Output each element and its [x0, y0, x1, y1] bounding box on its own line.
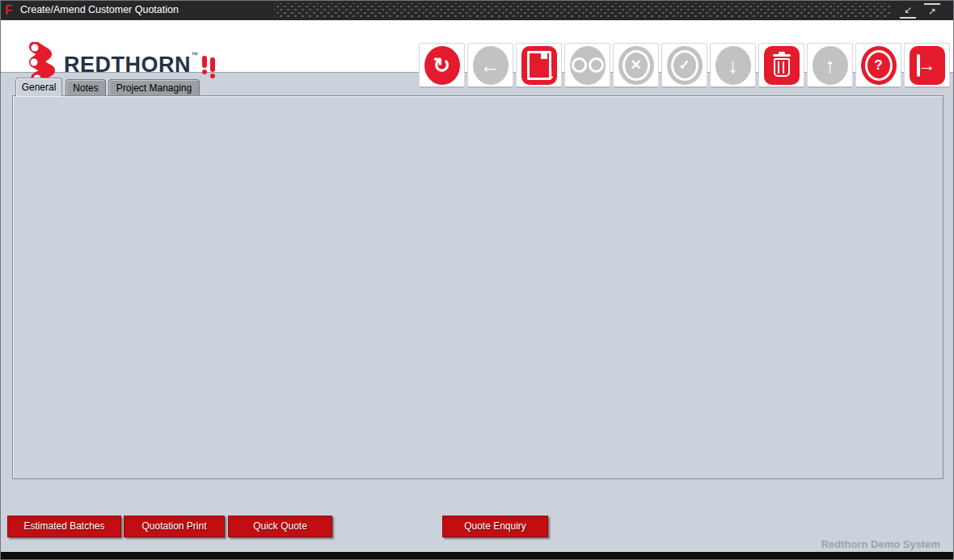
refresh-icon: ↻	[424, 46, 460, 85]
quick-quote-button[interactable]: Quick Quote	[228, 516, 332, 537]
general-tab-panel	[12, 95, 943, 479]
binoculars-icon	[570, 46, 606, 85]
logo-bang2-dot-icon	[210, 74, 215, 78]
toolbar: REDTHORN™ ↻ ← ↓	[1, 20, 953, 73]
maximize-window-icon[interactable]: ↗	[924, 3, 940, 19]
window-title: Create/Amend Customer Quotation	[20, 4, 179, 15]
down-arrow-icon: ↓	[716, 46, 751, 85]
restore-window-icon[interactable]: ↙	[900, 3, 916, 19]
quotation-print-button[interactable]: Quotation Print	[124, 516, 225, 537]
logo-bang2-icon	[210, 57, 215, 72]
tab-general[interactable]: General	[15, 78, 62, 96]
quote-enquiry-button[interactable]: Quote Enquiry	[442, 516, 548, 537]
cancel-button[interactable]: ✕	[613, 43, 659, 88]
back-arrow-icon: ←	[473, 46, 509, 85]
forms-app-icon: F	[5, 3, 13, 18]
tab-notes[interactable]: Notes	[65, 79, 106, 96]
logo-bang-icon	[202, 56, 207, 68]
estimated-batches-button[interactable]: Estimated Batches	[7, 516, 121, 537]
trash-icon	[764, 46, 800, 85]
approve-button[interactable]: ✓	[661, 43, 707, 88]
save-icon: ↓	[521, 46, 557, 85]
exit-icon: →	[910, 46, 945, 85]
help-icon: ?	[861, 46, 897, 85]
save-button[interactable]: ↓	[516, 43, 562, 88]
scroll-down-button[interactable]: ↓	[710, 43, 756, 88]
cancel-icon: ✕	[618, 46, 654, 85]
logo-bang-dot-icon	[202, 69, 207, 74]
tab-project-managing[interactable]: Project Managing	[108, 79, 200, 96]
window-bottom-bar	[1, 552, 953, 559]
scroll-up-button[interactable]: ↑	[807, 43, 853, 88]
title-bar: F Create/Amend Customer Quotation ↙ ↗	[1, 1, 953, 20]
up-arrow-icon: ↑	[813, 46, 848, 85]
check-icon: ✓	[667, 46, 703, 85]
refresh-button[interactable]: ↻	[419, 43, 465, 88]
logo-wordmark: REDTHORN	[64, 53, 191, 78]
application-window: F Create/Amend Customer Quotation ↙ ↗ RE…	[0, 0, 954, 560]
find-button[interactable]	[564, 43, 610, 88]
logo-trademark: ™	[191, 51, 198, 59]
delete-button[interactable]	[758, 43, 804, 88]
toolbar-buttons: ↻ ← ↓ ✕ ✓ ↓	[419, 43, 950, 88]
help-button[interactable]: ?	[855, 43, 901, 88]
titlebar-texture	[274, 3, 890, 18]
back-button[interactable]: ←	[467, 43, 513, 88]
demo-system-watermark: Redthorn Demo System	[821, 538, 940, 550]
exit-button[interactable]: →	[904, 43, 950, 88]
